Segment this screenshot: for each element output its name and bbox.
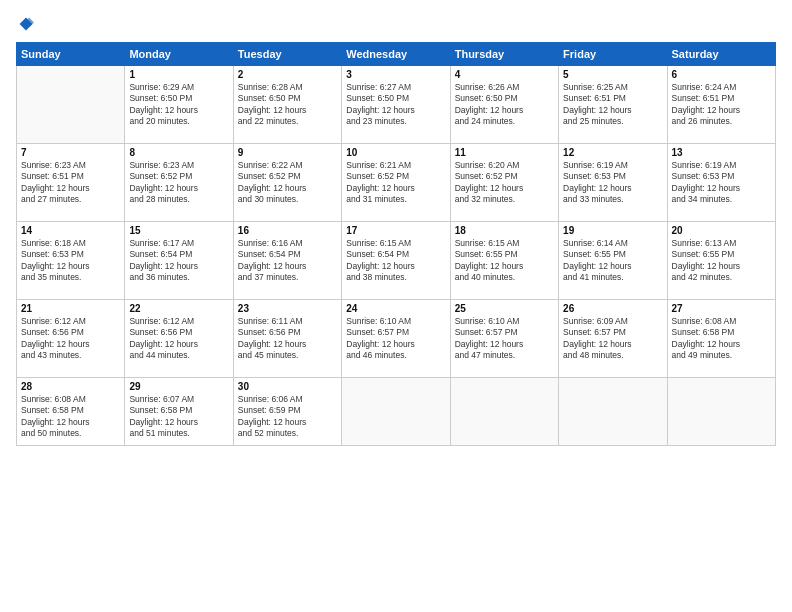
day-info: Sunrise: 6:10 AM Sunset: 6:57 PM Dayligh… [455, 316, 554, 362]
calendar-cell: 26Sunrise: 6:09 AM Sunset: 6:57 PM Dayli… [559, 300, 667, 378]
day-number: 4 [455, 69, 554, 80]
calendar-cell: 23Sunrise: 6:11 AM Sunset: 6:56 PM Dayli… [233, 300, 341, 378]
calendar-cell: 30Sunrise: 6:06 AM Sunset: 6:59 PM Dayli… [233, 378, 341, 446]
day-info: Sunrise: 6:21 AM Sunset: 6:52 PM Dayligh… [346, 160, 445, 206]
calendar-cell: 13Sunrise: 6:19 AM Sunset: 6:53 PM Dayli… [667, 144, 775, 222]
calendar-cell: 16Sunrise: 6:16 AM Sunset: 6:54 PM Dayli… [233, 222, 341, 300]
day-info: Sunrise: 6:27 AM Sunset: 6:50 PM Dayligh… [346, 82, 445, 128]
day-info: Sunrise: 6:10 AM Sunset: 6:57 PM Dayligh… [346, 316, 445, 362]
day-info: Sunrise: 6:29 AM Sunset: 6:50 PM Dayligh… [129, 82, 228, 128]
day-info: Sunrise: 6:12 AM Sunset: 6:56 PM Dayligh… [21, 316, 120, 362]
day-number: 16 [238, 225, 337, 236]
day-info: Sunrise: 6:23 AM Sunset: 6:52 PM Dayligh… [129, 160, 228, 206]
week-row-3: 14Sunrise: 6:18 AM Sunset: 6:53 PM Dayli… [17, 222, 776, 300]
calendar-cell: 3Sunrise: 6:27 AM Sunset: 6:50 PM Daylig… [342, 66, 450, 144]
day-number: 14 [21, 225, 120, 236]
day-info: Sunrise: 6:15 AM Sunset: 6:55 PM Dayligh… [455, 238, 554, 284]
week-row-4: 21Sunrise: 6:12 AM Sunset: 6:56 PM Dayli… [17, 300, 776, 378]
day-number: 20 [672, 225, 771, 236]
day-number: 10 [346, 147, 445, 158]
day-info: Sunrise: 6:12 AM Sunset: 6:56 PM Dayligh… [129, 316, 228, 362]
day-info: Sunrise: 6:08 AM Sunset: 6:58 PM Dayligh… [672, 316, 771, 362]
calendar-cell: 21Sunrise: 6:12 AM Sunset: 6:56 PM Dayli… [17, 300, 125, 378]
calendar-cell: 7Sunrise: 6:23 AM Sunset: 6:51 PM Daylig… [17, 144, 125, 222]
header-day-saturday: Saturday [667, 43, 775, 66]
week-row-2: 7Sunrise: 6:23 AM Sunset: 6:51 PM Daylig… [17, 144, 776, 222]
day-number: 30 [238, 381, 337, 392]
day-number: 26 [563, 303, 662, 314]
day-info: Sunrise: 6:15 AM Sunset: 6:54 PM Dayligh… [346, 238, 445, 284]
calendar-cell: 5Sunrise: 6:25 AM Sunset: 6:51 PM Daylig… [559, 66, 667, 144]
day-number: 6 [672, 69, 771, 80]
calendar-cell: 9Sunrise: 6:22 AM Sunset: 6:52 PM Daylig… [233, 144, 341, 222]
header-day-friday: Friday [559, 43, 667, 66]
day-number: 2 [238, 69, 337, 80]
calendar-cell: 28Sunrise: 6:08 AM Sunset: 6:58 PM Dayli… [17, 378, 125, 446]
day-info: Sunrise: 6:25 AM Sunset: 6:51 PM Dayligh… [563, 82, 662, 128]
calendar-cell: 25Sunrise: 6:10 AM Sunset: 6:57 PM Dayli… [450, 300, 558, 378]
calendar-cell: 17Sunrise: 6:15 AM Sunset: 6:54 PM Dayli… [342, 222, 450, 300]
day-info: Sunrise: 6:19 AM Sunset: 6:53 PM Dayligh… [672, 160, 771, 206]
day-info: Sunrise: 6:17 AM Sunset: 6:54 PM Dayligh… [129, 238, 228, 284]
calendar-body: 1Sunrise: 6:29 AM Sunset: 6:50 PM Daylig… [17, 66, 776, 446]
day-number: 24 [346, 303, 445, 314]
header-day-sunday: Sunday [17, 43, 125, 66]
calendar-cell: 10Sunrise: 6:21 AM Sunset: 6:52 PM Dayli… [342, 144, 450, 222]
day-number: 22 [129, 303, 228, 314]
day-info: Sunrise: 6:14 AM Sunset: 6:55 PM Dayligh… [563, 238, 662, 284]
calendar-cell: 15Sunrise: 6:17 AM Sunset: 6:54 PM Dayli… [125, 222, 233, 300]
day-number: 11 [455, 147, 554, 158]
day-info: Sunrise: 6:19 AM Sunset: 6:53 PM Dayligh… [563, 160, 662, 206]
calendar-cell [342, 378, 450, 446]
day-number: 13 [672, 147, 771, 158]
day-number: 5 [563, 69, 662, 80]
day-number: 19 [563, 225, 662, 236]
calendar-cell: 1Sunrise: 6:29 AM Sunset: 6:50 PM Daylig… [125, 66, 233, 144]
calendar-cell: 20Sunrise: 6:13 AM Sunset: 6:55 PM Dayli… [667, 222, 775, 300]
day-number: 12 [563, 147, 662, 158]
header-day-monday: Monday [125, 43, 233, 66]
day-number: 28 [21, 381, 120, 392]
calendar-cell: 18Sunrise: 6:15 AM Sunset: 6:55 PM Dayli… [450, 222, 558, 300]
day-number: 17 [346, 225, 445, 236]
day-number: 8 [129, 147, 228, 158]
calendar-cell: 22Sunrise: 6:12 AM Sunset: 6:56 PM Dayli… [125, 300, 233, 378]
day-info: Sunrise: 6:08 AM Sunset: 6:58 PM Dayligh… [21, 394, 120, 440]
day-info: Sunrise: 6:22 AM Sunset: 6:52 PM Dayligh… [238, 160, 337, 206]
week-row-1: 1Sunrise: 6:29 AM Sunset: 6:50 PM Daylig… [17, 66, 776, 144]
day-number: 21 [21, 303, 120, 314]
day-info: Sunrise: 6:06 AM Sunset: 6:59 PM Dayligh… [238, 394, 337, 440]
day-number: 15 [129, 225, 228, 236]
day-number: 3 [346, 69, 445, 80]
calendar-cell: 11Sunrise: 6:20 AM Sunset: 6:52 PM Dayli… [450, 144, 558, 222]
calendar-cell [559, 378, 667, 446]
day-number: 29 [129, 381, 228, 392]
calendar-cell: 27Sunrise: 6:08 AM Sunset: 6:58 PM Dayli… [667, 300, 775, 378]
calendar-cell: 4Sunrise: 6:26 AM Sunset: 6:50 PM Daylig… [450, 66, 558, 144]
header-row: SundayMondayTuesdayWednesdayThursdayFrid… [17, 43, 776, 66]
day-info: Sunrise: 6:11 AM Sunset: 6:56 PM Dayligh… [238, 316, 337, 362]
day-info: Sunrise: 6:13 AM Sunset: 6:55 PM Dayligh… [672, 238, 771, 284]
logo-icon [18, 16, 34, 32]
calendar-table: SundayMondayTuesdayWednesdayThursdayFrid… [16, 42, 776, 446]
calendar-cell [17, 66, 125, 144]
day-info: Sunrise: 6:28 AM Sunset: 6:50 PM Dayligh… [238, 82, 337, 128]
calendar-cell: 12Sunrise: 6:19 AM Sunset: 6:53 PM Dayli… [559, 144, 667, 222]
day-info: Sunrise: 6:07 AM Sunset: 6:58 PM Dayligh… [129, 394, 228, 440]
day-number: 9 [238, 147, 337, 158]
calendar-cell: 14Sunrise: 6:18 AM Sunset: 6:53 PM Dayli… [17, 222, 125, 300]
header-day-thursday: Thursday [450, 43, 558, 66]
calendar-cell: 24Sunrise: 6:10 AM Sunset: 6:57 PM Dayli… [342, 300, 450, 378]
day-info: Sunrise: 6:23 AM Sunset: 6:51 PM Dayligh… [21, 160, 120, 206]
day-number: 18 [455, 225, 554, 236]
day-info: Sunrise: 6:24 AM Sunset: 6:51 PM Dayligh… [672, 82, 771, 128]
calendar-cell: 29Sunrise: 6:07 AM Sunset: 6:58 PM Dayli… [125, 378, 233, 446]
calendar-header: SundayMondayTuesdayWednesdayThursdayFrid… [17, 43, 776, 66]
header-day-tuesday: Tuesday [233, 43, 341, 66]
day-number: 25 [455, 303, 554, 314]
logo [16, 16, 34, 32]
day-info: Sunrise: 6:26 AM Sunset: 6:50 PM Dayligh… [455, 82, 554, 128]
calendar-cell: 8Sunrise: 6:23 AM Sunset: 6:52 PM Daylig… [125, 144, 233, 222]
header [16, 16, 776, 32]
week-row-5: 28Sunrise: 6:08 AM Sunset: 6:58 PM Dayli… [17, 378, 776, 446]
